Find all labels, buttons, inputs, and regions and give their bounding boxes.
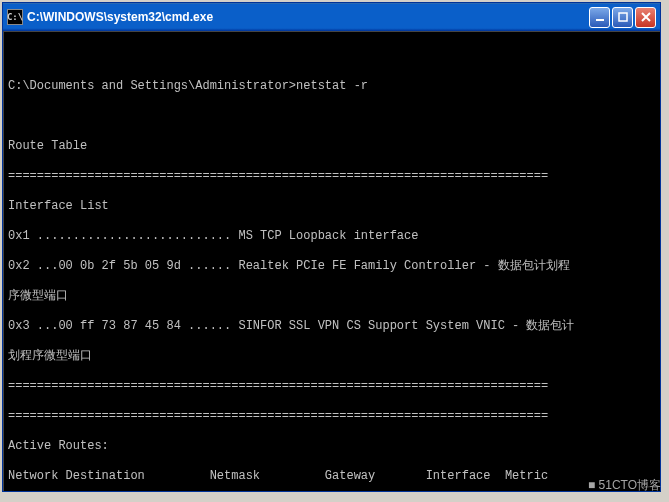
window-title: C:\WINDOWS\system32\cmd.exe bbox=[27, 10, 589, 24]
active-routes-header: Active Routes: bbox=[8, 439, 656, 454]
minimize-icon bbox=[595, 12, 605, 22]
maximize-button[interactable] bbox=[612, 7, 633, 28]
routes-table: Network Destination Netmask Gateway Inte… bbox=[8, 469, 656, 484]
console-output[interactable]: C:\Documents and Settings\Administrator>… bbox=[3, 31, 660, 491]
minimize-button[interactable] bbox=[589, 7, 610, 28]
interface-line: 0x2 ...00 0b 2f 5b 05 9d ...... Realtek … bbox=[8, 259, 656, 274]
svg-rect-0 bbox=[596, 19, 604, 21]
interface-line: 0x3 ...00 ff 73 87 45 84 ...... SINFOR S… bbox=[8, 319, 656, 334]
prompt-line: C:\Documents and Settings\Administrator>… bbox=[8, 79, 656, 94]
close-icon bbox=[641, 12, 651, 22]
app-icon: C:\ bbox=[7, 9, 23, 25]
maximize-icon bbox=[618, 12, 628, 22]
interface-line: 划程序微型端口 bbox=[8, 349, 656, 364]
route-table-title: Route Table bbox=[8, 139, 656, 154]
cmd-window: C:\ C:\WINDOWS\system32\cmd.exe C:\Docum… bbox=[2, 2, 661, 492]
titlebar[interactable]: C:\ C:\WINDOWS\system32\cmd.exe bbox=[3, 3, 660, 31]
window-controls bbox=[589, 7, 656, 28]
interface-line: 序微型端口 bbox=[8, 289, 656, 304]
separator: ========================================… bbox=[8, 169, 656, 184]
interface-line: 0x1 ........................... MS TCP L… bbox=[8, 229, 656, 244]
separator: ========================================… bbox=[8, 379, 656, 394]
separator: ========================================… bbox=[8, 409, 656, 424]
close-button[interactable] bbox=[635, 7, 656, 28]
interface-list-header: Interface List bbox=[8, 199, 656, 214]
watermark: ■ 51CTO博客 bbox=[588, 477, 661, 494]
svg-rect-1 bbox=[619, 13, 627, 21]
